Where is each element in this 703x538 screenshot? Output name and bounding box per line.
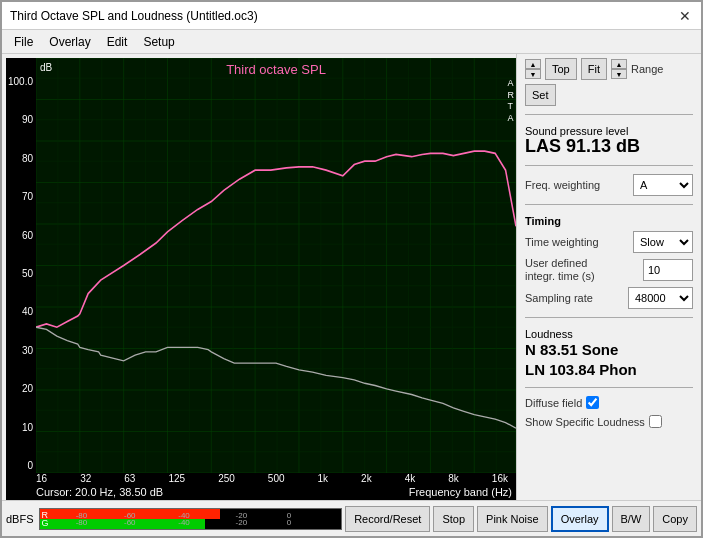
dbfs-label: dBFS	[6, 513, 34, 525]
bw-button[interactable]: B/W	[612, 506, 651, 532]
freq-2k: 2k	[361, 473, 372, 484]
time-weighting-row: Time weighting Fast Slow Impulse	[525, 231, 693, 253]
y-tick-70: 70	[6, 191, 33, 202]
y-axis: 100.0 90 80 70 60 50 40 30 20 10 0	[6, 58, 36, 473]
level-meter: R G -80 -60 -40 -20 0 -80 -60 -40 -20 0	[39, 508, 343, 530]
spl-value: LAS 91.13 dB	[525, 137, 693, 157]
freq-250: 250	[218, 473, 235, 484]
show-specific-row: Show Specific Loudness	[525, 415, 693, 428]
y-tick-20: 20	[6, 383, 33, 394]
tick-m20b: -20	[236, 518, 248, 527]
freq-weighting-label: Freq. weighting	[525, 179, 600, 191]
menu-overlay[interactable]: Overlay	[41, 33, 98, 51]
bottom-bar: dBFS R G -80 -60 -40 -20 0 -80 -60 -40 -…	[2, 500, 701, 536]
overlay-button[interactable]: Overlay	[551, 506, 609, 532]
freq-4k: 4k	[405, 473, 416, 484]
range-up-btn[interactable]: ▲	[611, 59, 627, 69]
sampling-rate-select[interactable]: 44100 48000 96000	[628, 287, 693, 309]
loudness-value2: LN 103.84 Phon	[525, 360, 693, 380]
close-button[interactable]: ✕	[677, 8, 693, 24]
y-tick-80: 80	[6, 153, 33, 164]
user-integr-label: User defined integr. time (s)	[525, 257, 615, 283]
divider-4	[525, 317, 693, 318]
y-tick-0: 0	[6, 460, 33, 471]
window-title: Third Octave SPL and Loudness (Untitled.…	[10, 9, 258, 23]
user-integr-input[interactable]	[643, 259, 693, 281]
menu-edit[interactable]: Edit	[99, 33, 136, 51]
loudness-section: Loudness N 83.51 Sone LN 103.84 Phon	[525, 326, 693, 379]
chart-area: 100.0 90 80 70 60 50 40 30 20 10 0 Third…	[6, 58, 516, 500]
freq-63: 63	[124, 473, 135, 484]
user-integr-row: User defined integr. time (s)	[525, 257, 693, 283]
y-tick-100: 100.0	[6, 76, 33, 87]
arta-label: A R T A	[508, 78, 515, 125]
y-tick-90: 90	[6, 114, 33, 125]
y-tick-30: 30	[6, 345, 33, 356]
freq-16: 16	[36, 473, 47, 484]
content-area: 100.0 90 80 70 60 50 40 30 20 10 0 Third…	[2, 54, 701, 500]
freq-1k: 1k	[318, 473, 329, 484]
title-bar: Third Octave SPL and Loudness (Untitled.…	[2, 2, 701, 30]
divider-1	[525, 114, 693, 115]
freq-8k: 8k	[448, 473, 459, 484]
top-button[interactable]: Top	[545, 58, 577, 80]
loudness-label: Loudness	[525, 328, 693, 340]
main-window: Third Octave SPL and Loudness (Untitled.…	[0, 0, 703, 538]
menu-bar: File Overlay Edit Setup	[2, 30, 701, 54]
diffuse-field-row: Diffuse field	[525, 396, 693, 409]
diffuse-field-checkbox[interactable]	[586, 396, 599, 409]
chart-svg	[36, 58, 516, 473]
y-tick-60: 60	[6, 230, 33, 241]
menu-file[interactable]: File	[6, 33, 41, 51]
set-button[interactable]: Set	[525, 84, 556, 106]
timing-label: Timing	[525, 215, 693, 227]
copy-button[interactable]: Copy	[653, 506, 697, 532]
chart-y-label: dB	[40, 62, 52, 73]
sampling-rate-row: Sampling rate 44100 48000 96000	[525, 287, 693, 309]
range-label: Range	[631, 63, 663, 75]
y-tick-50: 50	[6, 268, 33, 279]
menu-setup[interactable]: Setup	[135, 33, 182, 51]
chart-wrapper: 100.0 90 80 70 60 50 40 30 20 10 0 Third…	[6, 58, 516, 473]
record-reset-button[interactable]: Record/Reset	[345, 506, 430, 532]
chart-plot: Third octave SPL dB A R T A	[36, 58, 516, 473]
spl-section: Sound pressure level LAS 91.13 dB	[525, 123, 693, 157]
loudness-value1: N 83.51 Sone	[525, 340, 693, 360]
fit-button[interactable]: Fit	[581, 58, 607, 80]
freq-16k: 16k	[492, 473, 508, 484]
show-specific-label: Show Specific Loudness	[525, 416, 645, 428]
freq-weighting-select[interactable]: A B C Z	[633, 174, 693, 196]
stop-button[interactable]: Stop	[433, 506, 474, 532]
cursor-info: Cursor: 20.0 Hz, 38.50 dB	[36, 486, 163, 498]
freq-band-label: Frequency band (Hz)	[409, 486, 512, 498]
top-up-btn[interactable]: ▲	[525, 59, 541, 69]
freq-weighting-row: Freq. weighting A B C Z	[525, 174, 693, 196]
time-weighting-select[interactable]: Fast Slow Impulse	[633, 231, 693, 253]
y-tick-10: 10	[6, 422, 33, 433]
time-weighting-label: Time weighting	[525, 236, 599, 248]
show-specific-checkbox[interactable]	[649, 415, 662, 428]
divider-5	[525, 387, 693, 388]
tick-m20: -20	[236, 511, 248, 520]
timing-section: Timing Time weighting Fast Slow Impulse …	[525, 213, 693, 309]
y-tick-40: 40	[6, 306, 33, 317]
divider-2	[525, 165, 693, 166]
divider-3	[525, 204, 693, 205]
range-spinner: ▲ ▼	[611, 59, 627, 79]
pink-noise-button[interactable]: Pink Noise	[477, 506, 548, 532]
top-controls: ▲ ▼ Top Fit ▲ ▼ Range Set	[525, 58, 693, 106]
sampling-rate-label: Sampling rate	[525, 292, 593, 304]
tick-0: 0	[287, 511, 291, 520]
meter-r-bar	[40, 509, 221, 519]
freq-125: 125	[168, 473, 185, 484]
tick-0b: 0	[287, 518, 291, 527]
chart-title: Third octave SPL	[36, 62, 516, 77]
freq-labels: 16 32 63 125 250 500 1k 2k 4k 8k 16k	[6, 473, 516, 484]
freq-32: 32	[80, 473, 91, 484]
freq-500: 500	[268, 473, 285, 484]
diffuse-field-label: Diffuse field	[525, 397, 582, 409]
meter-g-bar	[40, 519, 206, 529]
range-down-btn[interactable]: ▼	[611, 69, 627, 79]
top-spinner: ▲ ▼	[525, 59, 541, 79]
top-down-btn[interactable]: ▼	[525, 69, 541, 79]
